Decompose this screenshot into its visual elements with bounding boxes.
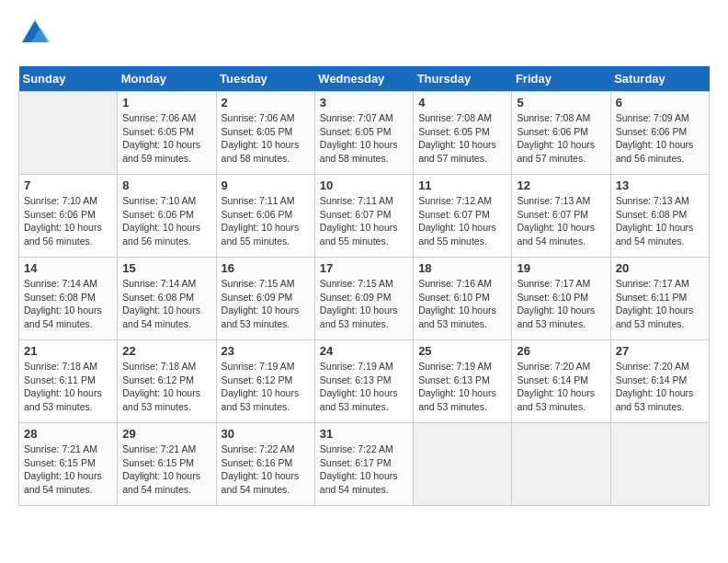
calendar-cell: 26Sunrise: 7:20 AM Sunset: 6:14 PM Dayli… [512, 340, 610, 423]
calendar-cell: 8Sunrise: 7:10 AM Sunset: 6:06 PM Daylig… [118, 175, 216, 258]
day-number: 20 [616, 261, 704, 275]
weekday-header: Friday [512, 66, 610, 92]
weekday-header: Saturday [610, 66, 709, 92]
calendar-cell: 29Sunrise: 7:21 AM Sunset: 6:15 PM Dayli… [118, 423, 216, 506]
day-number: 30 [222, 427, 310, 441]
logo [18, 18, 55, 52]
day-info: Sunrise: 7:21 AM Sunset: 6:15 PM Dayligh… [122, 442, 210, 497]
day-number: 17 [320, 261, 408, 275]
calendar-cell: 20Sunrise: 7:17 AM Sunset: 6:11 PM Dayli… [610, 258, 709, 340]
calendar-cell: 5Sunrise: 7:08 AM Sunset: 6:06 PM Daylig… [512, 92, 610, 175]
day-number: 24 [320, 344, 408, 358]
day-number: 31 [320, 427, 408, 441]
day-number: 18 [418, 261, 506, 275]
day-number: 10 [320, 178, 408, 192]
day-info: Sunrise: 7:17 AM Sunset: 6:10 PM Dayligh… [517, 277, 605, 331]
day-info: Sunrise: 7:17 AM Sunset: 6:11 PM Dayligh… [616, 277, 704, 331]
day-number: 8 [122, 178, 210, 192]
day-info: Sunrise: 7:06 AM Sunset: 6:05 PM Dayligh… [122, 111, 210, 166]
day-number: 5 [517, 96, 605, 109]
calendar-cell: 24Sunrise: 7:19 AM Sunset: 6:13 PM Dayli… [314, 340, 413, 423]
day-number: 6 [616, 96, 704, 109]
day-info: Sunrise: 7:18 AM Sunset: 6:12 PM Dayligh… [122, 360, 210, 414]
day-info: Sunrise: 7:14 AM Sunset: 6:08 PM Dayligh… [24, 277, 112, 331]
day-info: Sunrise: 7:08 AM Sunset: 6:06 PM Dayligh… [517, 111, 605, 166]
day-number: 13 [616, 178, 704, 192]
calendar-cell: 18Sunrise: 7:16 AM Sunset: 6:10 PM Dayli… [414, 258, 512, 340]
day-info: Sunrise: 7:13 AM Sunset: 6:07 PM Dayligh… [517, 194, 605, 248]
calendar-week-row: 1Sunrise: 7:06 AM Sunset: 6:05 PM Daylig… [19, 92, 710, 175]
calendar-cell: 17Sunrise: 7:15 AM Sunset: 6:09 PM Dayli… [314, 258, 413, 340]
calendar-week-row: 28Sunrise: 7:21 AM Sunset: 6:15 PM Dayli… [19, 423, 710, 506]
day-number: 4 [418, 96, 506, 109]
day-number: 21 [24, 344, 112, 358]
day-number: 28 [24, 427, 112, 441]
calendar-body: 1Sunrise: 7:06 AM Sunset: 6:05 PM Daylig… [19, 92, 710, 506]
calendar-cell: 25Sunrise: 7:19 AM Sunset: 6:13 PM Dayli… [414, 340, 512, 423]
calendar-cell: 10Sunrise: 7:11 AM Sunset: 6:07 PM Dayli… [314, 175, 413, 258]
calendar-header: SundayMondayTuesdayWednesdayThursdayFrid… [19, 66, 710, 92]
day-info: Sunrise: 7:15 AM Sunset: 6:09 PM Dayligh… [320, 277, 408, 331]
weekday-header: Tuesday [216, 66, 314, 92]
calendar-cell: 13Sunrise: 7:13 AM Sunset: 6:08 PM Dayli… [610, 175, 709, 258]
weekday-header: Sunday [19, 66, 118, 92]
day-info: Sunrise: 7:19 AM Sunset: 6:13 PM Dayligh… [320, 360, 408, 414]
day-number: 22 [122, 344, 210, 358]
calendar-cell: 19Sunrise: 7:17 AM Sunset: 6:10 PM Dayli… [512, 258, 610, 340]
calendar-cell [414, 423, 512, 506]
weekday-header: Wednesday [314, 66, 413, 92]
calendar-cell [512, 423, 610, 506]
day-info: Sunrise: 7:08 AM Sunset: 6:05 PM Dayligh… [418, 111, 506, 166]
day-number: 15 [122, 261, 210, 275]
day-info: Sunrise: 7:06 AM Sunset: 6:05 PM Dayligh… [222, 111, 310, 166]
calendar-cell: 31Sunrise: 7:22 AM Sunset: 6:17 PM Dayli… [314, 423, 413, 506]
weekday-header: Monday [118, 66, 216, 92]
day-number: 26 [517, 344, 605, 358]
day-number: 29 [122, 427, 210, 441]
day-info: Sunrise: 7:07 AM Sunset: 6:05 PM Dayligh… [320, 111, 408, 166]
calendar-cell: 23Sunrise: 7:19 AM Sunset: 6:12 PM Dayli… [216, 340, 314, 423]
calendar-cell: 14Sunrise: 7:14 AM Sunset: 6:08 PM Dayli… [19, 258, 118, 340]
calendar-cell: 16Sunrise: 7:15 AM Sunset: 6:09 PM Dayli… [216, 258, 314, 340]
day-info: Sunrise: 7:20 AM Sunset: 6:14 PM Dayligh… [517, 360, 605, 414]
calendar-week-row: 21Sunrise: 7:18 AM Sunset: 6:11 PM Dayli… [19, 340, 710, 423]
calendar-cell: 15Sunrise: 7:14 AM Sunset: 6:08 PM Dayli… [118, 258, 216, 340]
calendar-table: SundayMondayTuesdayWednesdayThursdayFrid… [18, 66, 710, 506]
weekday-header: Thursday [414, 66, 512, 92]
day-info: Sunrise: 7:21 AM Sunset: 6:15 PM Dayligh… [24, 442, 112, 497]
calendar-cell: 3Sunrise: 7:07 AM Sunset: 6:05 PM Daylig… [314, 92, 413, 175]
calendar-cell: 21Sunrise: 7:18 AM Sunset: 6:11 PM Dayli… [19, 340, 118, 423]
logo-icon [18, 17, 51, 50]
calendar-week-row: 14Sunrise: 7:14 AM Sunset: 6:08 PM Dayli… [19, 258, 710, 340]
day-number: 23 [222, 344, 310, 358]
calendar-cell: 9Sunrise: 7:11 AM Sunset: 6:06 PM Daylig… [216, 175, 314, 258]
day-info: Sunrise: 7:13 AM Sunset: 6:08 PM Dayligh… [616, 194, 704, 248]
day-number: 11 [418, 178, 506, 192]
day-number: 3 [320, 96, 408, 109]
calendar-cell [19, 92, 118, 175]
day-number: 14 [24, 261, 112, 275]
calendar-cell: 7Sunrise: 7:10 AM Sunset: 6:06 PM Daylig… [19, 175, 118, 258]
day-number: 19 [517, 261, 605, 275]
day-number: 1 [122, 96, 210, 109]
day-number: 2 [222, 96, 310, 109]
day-info: Sunrise: 7:10 AM Sunset: 6:06 PM Dayligh… [122, 194, 210, 248]
calendar-cell: 12Sunrise: 7:13 AM Sunset: 6:07 PM Dayli… [512, 175, 610, 258]
day-number: 7 [24, 178, 112, 192]
calendar-cell: 2Sunrise: 7:06 AM Sunset: 6:05 PM Daylig… [216, 92, 314, 175]
calendar-cell [610, 423, 709, 506]
calendar-cell: 27Sunrise: 7:20 AM Sunset: 6:14 PM Dayli… [610, 340, 709, 423]
day-info: Sunrise: 7:10 AM Sunset: 6:06 PM Dayligh… [24, 194, 112, 248]
day-number: 12 [517, 178, 605, 192]
day-info: Sunrise: 7:11 AM Sunset: 6:06 PM Dayligh… [222, 194, 310, 248]
day-number: 16 [222, 261, 310, 275]
day-info: Sunrise: 7:22 AM Sunset: 6:16 PM Dayligh… [222, 442, 310, 497]
calendar-cell: 6Sunrise: 7:09 AM Sunset: 6:06 PM Daylig… [610, 92, 709, 175]
calendar-cell: 4Sunrise: 7:08 AM Sunset: 6:05 PM Daylig… [414, 92, 512, 175]
day-info: Sunrise: 7:19 AM Sunset: 6:12 PM Dayligh… [222, 360, 310, 414]
day-info: Sunrise: 7:20 AM Sunset: 6:14 PM Dayligh… [616, 360, 704, 414]
calendar-cell: 22Sunrise: 7:18 AM Sunset: 6:12 PM Dayli… [118, 340, 216, 423]
day-info: Sunrise: 7:09 AM Sunset: 6:06 PM Dayligh… [616, 111, 704, 166]
day-info: Sunrise: 7:11 AM Sunset: 6:07 PM Dayligh… [320, 194, 408, 248]
page-header [18, 18, 710, 52]
